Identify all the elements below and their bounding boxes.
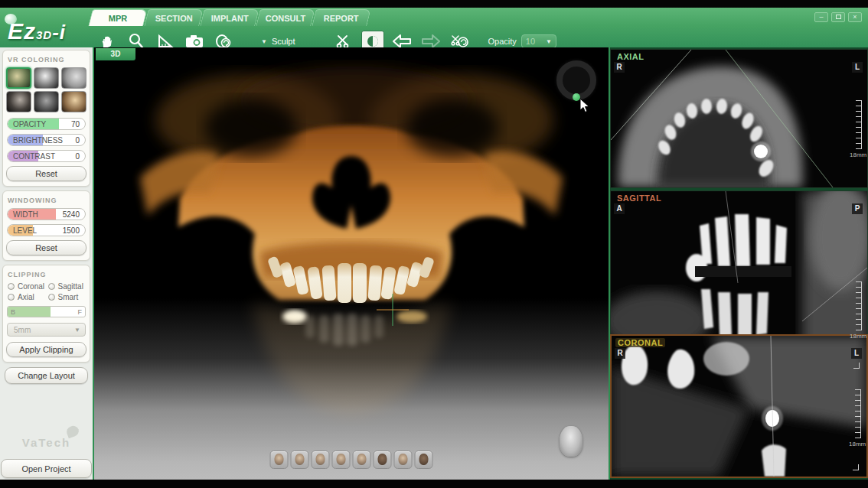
radio-axial[interactable]: Axial: [8, 293, 47, 301]
radio-coronal[interactable]: Coronal: [8, 282, 47, 291]
axial-left-marker: R: [614, 62, 625, 73]
restore-button[interactable]: [831, 12, 845, 22]
opacity-control: Opacity 10 ▼: [488, 34, 556, 48]
windowing-reset-button[interactable]: Reset: [6, 240, 86, 255]
radio-icon: [48, 294, 55, 301]
content-area: VR COLORING OPACITY 70 BRIGHTNESS: [0, 47, 868, 480]
window-controls: – ×: [814, 12, 862, 22]
chevron-down-icon: ▼: [546, 38, 552, 45]
vatech-logo: VaTech: [0, 436, 93, 449]
thickness-dropdown[interactable]: 5mm ▼: [7, 323, 86, 337]
axial-ruler: 18mm: [856, 100, 862, 158]
chevron-down-icon: ▼: [261, 38, 267, 45]
level-slider[interactable]: LEVEL 1500: [7, 224, 86, 236]
view-preset-6[interactable]: [374, 451, 392, 469]
ruler-ticks: [856, 281, 862, 330]
contrast-slider[interactable]: CONTRAST 0: [7, 150, 86, 162]
vr-reset-button[interactable]: Reset: [6, 166, 86, 181]
rotation-knob[interactable]: [556, 60, 596, 100]
sagittal-scale-label: 18mm: [850, 333, 862, 340]
view-preset-2[interactable]: [291, 451, 309, 469]
axial-right-marker: L: [852, 62, 863, 73]
view-preset-8[interactable]: [415, 451, 433, 469]
vr-coloring-section: VR COLORING OPACITY 70 BRIGHTNESS: [2, 50, 90, 187]
vr-preset-grid: [6, 67, 86, 112]
coronal-left-marker: R: [615, 348, 625, 359]
windowing-section: WINDOWING WIDTH 5240 LEVEL 1500 Reset: [2, 190, 90, 261]
sagittal-posterior-marker: P: [852, 203, 863, 214]
view-preset-3[interactable]: [312, 451, 330, 469]
clipping-range-slider[interactable]: B F: [7, 306, 86, 317]
logo-text: Ez: [8, 18, 36, 44]
ruler-ticks: [856, 100, 862, 149]
orientation-face-indicator[interactable]: [560, 426, 582, 457]
opacity-label: Opacity: [488, 37, 517, 46]
skull-render: [94, 47, 609, 480]
clipping-options: Coronal Sagittal Axial Smart: [8, 282, 86, 301]
sculpt-label: Sculpt: [272, 37, 295, 46]
opacity-slider[interactable]: OPACITY 70: [7, 118, 86, 130]
open-project-button[interactable]: Open Project: [1, 459, 92, 478]
view-preset-bar: [270, 451, 433, 469]
sagittal-title: SAGITTAL: [615, 194, 664, 203]
clipping-title: CLIPPING: [8, 271, 85, 278]
vr-preset-thumbnail-1[interactable]: [6, 67, 31, 89]
close-button[interactable]: ×: [848, 12, 862, 22]
main-tab-bar: MPR SECTION IMPLANT CONSULT REPORT: [90, 9, 370, 26]
app-header: Ez3D-i MPR SECTION IMPLANT CONSULT REPOR…: [0, 8, 868, 47]
radio-smart[interactable]: Smart: [48, 293, 87, 301]
tab-implant[interactable]: IMPLANT: [200, 9, 259, 26]
mouse-cursor: [579, 98, 590, 113]
radio-sagittal[interactable]: Sagittal: [48, 282, 87, 291]
sagittal-corner-bracket: [853, 363, 860, 369]
sculpt-dropdown[interactable]: ▼ Sculpt: [261, 37, 295, 46]
radio-icon: [8, 283, 15, 290]
sagittal-ruler: 18mm: [856, 281, 862, 340]
width-slider[interactable]: WIDTH 5240: [7, 208, 86, 220]
minimize-button[interactable]: –: [814, 12, 828, 22]
opacity-value: 10: [526, 37, 535, 46]
coronal-corner-bracket: [853, 464, 859, 470]
chevron-down-icon: ▼: [74, 327, 80, 333]
coronal-ruler: 18mm: [855, 389, 861, 447]
coronal-panel[interactable]: CORONAL R L 18mm: [610, 334, 868, 478]
vr-coloring-title: VR COLORING: [8, 56, 85, 63]
coronal-right-marker: L: [851, 348, 862, 359]
vr-preset-thumbnail-6[interactable]: [61, 91, 86, 112]
vr-preset-thumbnail-2[interactable]: [34, 67, 59, 89]
vr-preset-thumbnail-4[interactable]: [6, 91, 31, 112]
clipping-section: CLIPPING Coronal Sagittal Axial Smart B …: [2, 265, 90, 363]
coronal-slice-image: [612, 336, 866, 477]
tab-report[interactable]: REPORT: [312, 9, 370, 26]
top-letterbox: [0, 0, 868, 8]
view-preset-4[interactable]: [332, 451, 351, 469]
radio-icon: [48, 283, 55, 290]
vr-preset-thumbnail-5[interactable]: [34, 91, 59, 112]
axial-scale-label: 18mm: [850, 151, 862, 158]
view-preset-7[interactable]: [394, 451, 413, 469]
viewport-3d-tab[interactable]: 3D: [96, 48, 135, 60]
brightness-slider[interactable]: BRIGHTNESS 0: [7, 134, 86, 146]
tab-consult[interactable]: CONSULT: [256, 9, 315, 26]
apply-clipping-button[interactable]: Apply Clipping: [6, 342, 86, 357]
bottom-letterbox: [0, 480, 868, 488]
change-layout-button[interactable]: Change Layout: [5, 367, 88, 384]
vr-preset-thumbnail-3[interactable]: [61, 67, 86, 89]
tab-mpr[interactable]: MPR: [88, 9, 147, 26]
app-logo: Ez3D-i: [8, 18, 66, 44]
axial-panel[interactable]: AXIAL R L 18mm: [610, 49, 868, 188]
sagittal-anterior-marker: A: [614, 203, 625, 214]
view-preset-1[interactable]: [270, 451, 289, 469]
opacity-select[interactable]: 10 ▼: [521, 34, 556, 48]
coronal-title: CORONAL: [615, 338, 665, 347]
view-preset-5[interactable]: [353, 451, 371, 469]
tab-section[interactable]: SECTION: [144, 9, 203, 26]
viewport-3d[interactable]: 3D: [94, 47, 609, 480]
mpr-panel-stack: AXIAL R L 18mm: [610, 47, 868, 480]
ruler-ticks: [855, 389, 861, 438]
radio-icon: [8, 294, 15, 301]
sidebar: VR COLORING OPACITY 70 BRIGHTNESS: [0, 47, 93, 480]
restore-icon: [836, 15, 841, 19]
windowing-title: WINDOWING: [8, 197, 85, 204]
application-window: Ez3D-i MPR SECTION IMPLANT CONSULT REPOR…: [0, 0, 868, 488]
